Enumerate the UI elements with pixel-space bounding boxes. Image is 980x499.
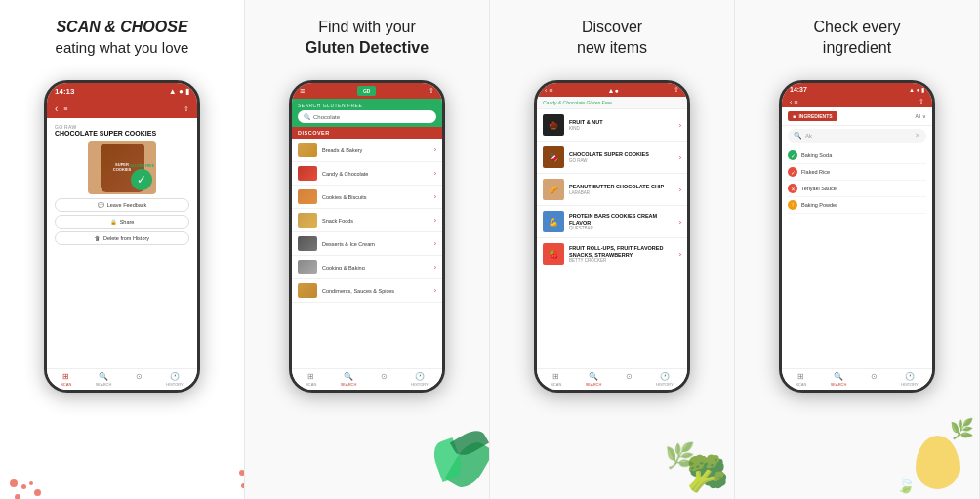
p4-time: 14:37 [790, 86, 807, 93]
p2-cat-breads[interactable]: Breads & Bakery › [292, 139, 442, 162]
p1-nav-search[interactable]: 🔍 SEARCH [96, 372, 112, 387]
p2-search-nav-icon: 🔍 [344, 372, 353, 381]
p1-share-btn-icon: 🔒 [110, 219, 117, 225]
p2-cat-thumb-snacks [298, 213, 317, 228]
p1-back-icon[interactable]: ‹ [55, 104, 58, 114]
p3-info-2: PEANUT BUTTER CHOCOLATE CHIP LARABAR [569, 184, 674, 195]
p4-ing-3: ! Baking Powder [788, 197, 926, 214]
p2-scan-icon: ⊞ [307, 372, 314, 381]
panel2-title: Find with your Gluten Detective [306, 18, 429, 68]
p1-gluten-badge: ✓ [131, 169, 152, 190]
p1-status-bar: 14:13 ▲ ● ▮ [47, 83, 197, 100]
p3-brand-2: LARABAR [569, 190, 674, 195]
p1-nav-history[interactable]: 🕐 HISTORY [166, 372, 184, 387]
p1-share-icon[interactable]: ⇧ [184, 105, 189, 113]
p3-share-icon[interactable]: ⇧ [674, 86, 679, 94]
p2-cat-candy[interactable]: Candy & Chocolate › [292, 162, 442, 186]
p3-nav-history[interactable]: 🕐 HISTORY [656, 372, 674, 387]
p2-cat-arrow-candy: › [434, 170, 436, 177]
p3-product-2[interactable]: 🥜 PEANUT BUTTER CHOCOLATE CHIP LARABAR › [537, 174, 687, 206]
p2-cat-thumb-cookies [298, 189, 317, 204]
panel4-title-line2: ingredient [814, 38, 901, 59]
panel3-title-line2: new items [577, 38, 647, 59]
p3-status-bar: ‹ ≡ ▲● ⇧ [537, 83, 687, 97]
p1-content: GO RAW CHOCOLATE SUPER COOKIES SUPERCOOK… [47, 118, 197, 368]
p2-cat-name-candy: Candy & Chocolate [322, 171, 429, 177]
p2-cat-name-breads: Breads & Bakery [322, 147, 429, 153]
p2-cat-cooking[interactable]: Cooking & Baking › [292, 256, 442, 279]
p4-nav-middle[interactable]: ⊙ [871, 372, 878, 387]
p3-search-nav-icon: 🔍 [589, 372, 598, 381]
p4-tab-all[interactable]: All ∨ [915, 113, 926, 119]
p1-share-button[interactable]: 🔒 Share [55, 215, 189, 229]
p3-info-3: PROTEIN BARS COOKIES CREAM FLAVOR QUESTB… [569, 213, 674, 230]
p3-product-3[interactable]: 💪 PROTEIN BARS COOKIES CREAM FLAVOR QUES… [537, 206, 687, 238]
p3-info-4: FRUIT ROLL-UPS, FRUIT FLAVORED SNACKS, S… [569, 245, 674, 263]
p1-nav-scan[interactable]: ⊞ SCAN [61, 372, 71, 387]
p3-nav-middle[interactable]: ⊙ [626, 372, 633, 387]
p1-delete-icon: 🗑 [95, 235, 101, 241]
p3-thumb-3: 💪 [543, 211, 564, 232]
p2-share-icon[interactable]: ⇧ [429, 87, 434, 95]
p2-hamburger-icon[interactable]: ≡ [300, 86, 305, 96]
p2-search-input[interactable]: 🔍 Chocolate [298, 110, 436, 123]
p2-cat-name-snacks: Snack Foods [322, 218, 429, 224]
p4-nav-search[interactable]: 🔍 SEARCH [831, 372, 847, 387]
p2-cat-desserts[interactable]: Desserts & Ice Cream › [292, 232, 442, 256]
p2-cat-name-condiments: Condiments, Sauces & Spices [322, 288, 429, 294]
p4-ing-name-1: Flaked Rice [801, 169, 830, 175]
p3-nav-scan[interactable]: ⊞ SCAN [551, 372, 561, 387]
p2-search-label: SEARCH GLUTEN FREE [298, 103, 436, 108]
panel1-title-main: SCAN & CHOOSE [56, 19, 187, 35]
panel2-title-line1: Find with your [306, 18, 429, 38]
p1-gluten-free-label: GLUTEN FREE [130, 165, 154, 169]
p2-cat-name-cooking: Cooking & Baking [322, 265, 429, 270]
p1-time: 14:13 [55, 87, 74, 96]
p4-nav-history[interactable]: 🕐 HISTORY [901, 372, 919, 387]
p3-back-icon[interactable]: ‹ ≡ [545, 87, 552, 94]
p2-nav-scan[interactable]: ⊞ SCAN [306, 372, 316, 387]
p4-status-bar: 14:37 ▲ ● ▮ [782, 83, 932, 96]
p4-nav-bar: ‹ ≡ ⇧ [782, 96, 932, 107]
p4-search-value: Ak [805, 133, 812, 139]
p2-search-value: Chocolate [313, 114, 340, 120]
panel3-title: Discover new items [577, 18, 647, 68]
p3-history-icon: 🕐 [660, 372, 670, 381]
p3-product-0[interactable]: 🌰 FRUIT & NUT KIND › [537, 109, 687, 142]
p2-nav-history[interactable]: 🕐 HISTORY [411, 372, 429, 387]
p2-nav-middle[interactable]: ⊙ [381, 372, 388, 387]
p2-cat-snacks[interactable]: Snack Foods › [292, 209, 442, 232]
p3-product-1[interactable]: 🍫 CHOCOLATE SUPER COOKIES GO RAW › [537, 142, 687, 174]
p2-cat-cookies[interactable]: Cookies & Biscuits › [292, 186, 442, 209]
p4-back-icon[interactable]: ‹ ≡ [790, 99, 797, 105]
p3-veggie-decoration: 🥦 🌿 [656, 401, 734, 499]
p4-ingredient-search[interactable]: 🔍 Ak ✕ [788, 129, 926, 143]
panel4-title-line1: Check every [814, 18, 901, 38]
p2-cat-condiments[interactable]: Condiments, Sauces & Spices › [292, 279, 442, 303]
p3-arrow-2: › [679, 187, 681, 193]
p3-product-4[interactable]: 🍓 FRUIT ROLL-UPS, FRUIT FLAVORED SNACKS,… [537, 238, 687, 270]
p4-middle-icon: ⊙ [871, 372, 878, 381]
p1-delete-button[interactable]: 🗑 Delete from History [55, 231, 189, 245]
p2-cat-arrow-breads: › [434, 146, 436, 153]
phone-3: ‹ ≡ ▲● ⇧ Candy & Chocolate Gluten Free 🌰… [534, 80, 690, 393]
p4-ing-status-2: ✕ [788, 184, 797, 193]
p3-thumb-2: 🥜 [543, 179, 564, 200]
p4-history-icon: 🕐 [905, 372, 915, 381]
p1-hamburger-icon[interactable]: ≡ [63, 105, 67, 112]
p2-search-icon: 🔍 [304, 113, 310, 120]
p4-ing-status-0: ✓ [788, 150, 797, 160]
p4-nav-scan[interactable]: ⊞ SCAN [796, 372, 806, 387]
p3-thumb-0: 🌰 [543, 114, 564, 136]
p4-share-icon[interactable]: ⇧ [919, 98, 924, 105]
p1-feedback-button[interactable]: 💬 Leave Feedback [55, 198, 189, 212]
p3-nav-search[interactable]: 🔍 SEARCH [586, 372, 602, 387]
p4-tab-row: ■ INGREDIENTS All ∨ [782, 107, 932, 126]
p3-name-3: PROTEIN BARS COOKIES CREAM FLAVOR [569, 213, 674, 226]
p4-tab-active[interactable]: ■ INGREDIENTS [788, 111, 837, 121]
p3-breadcrumb-category: Candy & Chocolate [543, 100, 585, 105]
p1-nav-middle[interactable]: ⊙ [136, 372, 143, 387]
p3-thumb-4: 🍓 [543, 243, 564, 265]
p2-nav-search[interactable]: 🔍 SEARCH [341, 372, 357, 387]
p1-search-icon: 🔍 [99, 372, 108, 381]
